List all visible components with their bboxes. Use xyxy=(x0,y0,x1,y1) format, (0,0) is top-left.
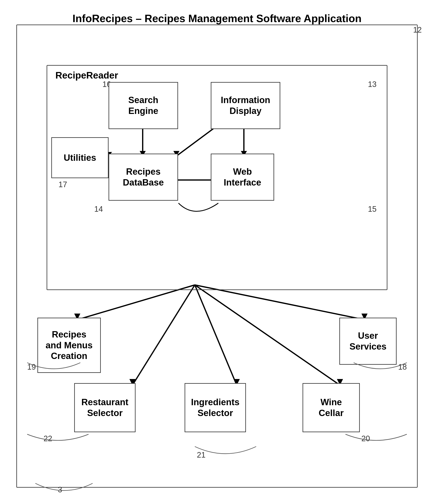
svg-line-6 xyxy=(133,285,195,385)
user-services-box: UserServices xyxy=(339,318,397,365)
restaurant-selector-box: RestaurantSelector xyxy=(74,383,135,432)
user-services-label: UserServices xyxy=(349,330,386,352)
svg-line-5 xyxy=(77,285,195,320)
brace-22 xyxy=(25,432,90,449)
brace-3 xyxy=(33,481,95,502)
brace-19 xyxy=(25,361,82,377)
recipe-reader-box: RecipeReader 16 13 SearchEngine Informat… xyxy=(47,65,387,290)
svg-line-7 xyxy=(195,285,237,385)
main-title: InfoRecipes – Recipes Management Softwar… xyxy=(72,12,362,25)
brace-21 xyxy=(193,444,258,465)
search-engine-label: SearchEngine xyxy=(128,95,159,116)
recipe-reader-label: RecipeReader xyxy=(55,70,118,81)
ref-17: 17 xyxy=(58,180,67,189)
brace-18 xyxy=(352,361,409,377)
svg-line-9 xyxy=(195,285,364,320)
utilities-label: Utilities xyxy=(64,152,96,163)
outer-box: 19 18 22 20 21 3 RecipeReader 16 13 Sear… xyxy=(16,25,418,488)
recipes-db-box: RecipesDataBase xyxy=(108,154,178,201)
wine-cellar-box: WineCellar xyxy=(302,383,360,432)
wine-cellar-label: WineCellar xyxy=(319,397,344,418)
info-display-box: InformationDisplay xyxy=(211,82,280,129)
ref-14: 14 xyxy=(94,205,103,214)
recipes-db-label: RecipesDataBase xyxy=(123,166,164,188)
search-engine-box: SearchEngine xyxy=(108,82,178,129)
ref-13: 13 xyxy=(368,80,377,89)
ingredients-selector-box: IngredientsSelector xyxy=(185,383,246,432)
ingredients-selector-label: IngredientsSelector xyxy=(191,397,239,418)
recipes-creation-label: Recipesand MenusCreation xyxy=(45,329,93,361)
info-display-label: InformationDisplay xyxy=(221,95,270,116)
svg-line-8 xyxy=(195,285,340,385)
restaurant-selector-label: RestaurantSelector xyxy=(81,397,128,418)
page-container: InfoRecipes – Recipes Management Softwar… xyxy=(0,0,434,504)
web-interface-box: WebInterface xyxy=(211,154,274,201)
utilities-box: Utilities xyxy=(51,137,108,178)
ref-15: 15 xyxy=(368,205,377,214)
web-interface-label: WebInterface xyxy=(224,166,261,188)
brace-20 xyxy=(344,432,409,449)
